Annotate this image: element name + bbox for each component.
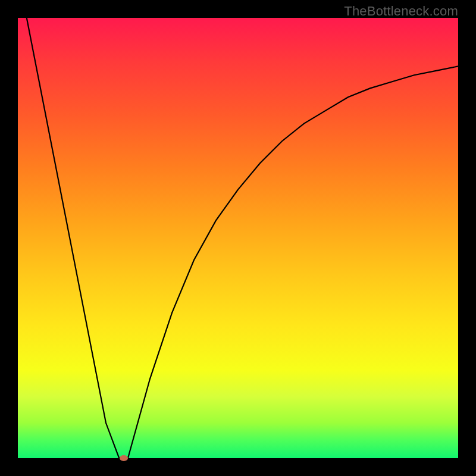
bottleneck-curve [18, 18, 458, 458]
watermark-text: TheBottleneck.com [344, 4, 458, 19]
plot-area [18, 18, 458, 458]
optimal-point-marker [120, 455, 128, 461]
chart-frame: TheBottleneck.com [0, 0, 476, 476]
